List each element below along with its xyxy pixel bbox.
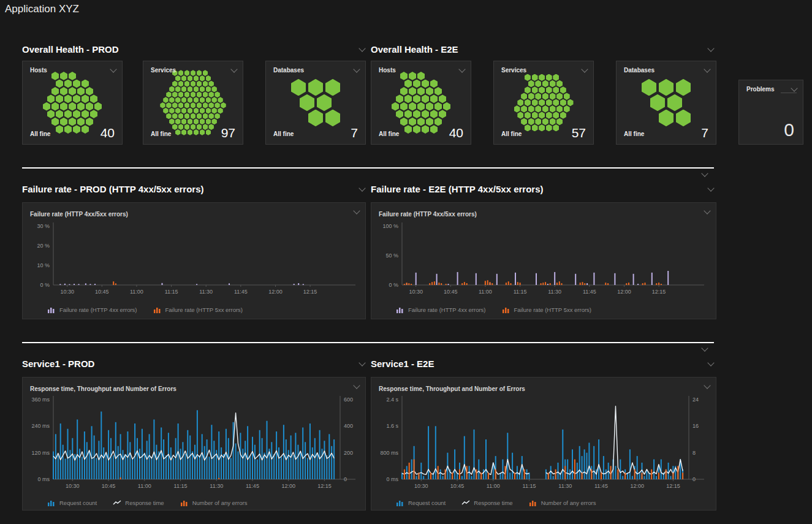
hexagon — [211, 97, 217, 103]
y-axis-tick: 240 ms — [31, 423, 50, 429]
section-header-service1-prod: Service1 - PROD — [22, 359, 368, 371]
chart-tile-service1-prod[interactable]: Response time, Throughput and Number of … — [22, 377, 366, 511]
failure-rate-prod-chart[interactable]: 30 %20 %10 %0 %10:3010:4511:0011:1511:30… — [24, 219, 358, 305]
chart-title: Response time, Throughput and Number of … — [30, 385, 176, 392]
hexagon — [417, 118, 425, 126]
legend-item[interactable]: Failure rate (HTTP 5xx errors) — [502, 306, 592, 313]
legend-item[interactable]: Number of any errors — [180, 499, 248, 506]
tile-databases-e2e[interactable]: Databases All fine 7 — [616, 61, 716, 145]
y-axis-tick: 0 ms — [37, 476, 50, 482]
tile-services-e2e[interactable]: Services All fine 57 — [493, 61, 594, 145]
chevron-down-icon[interactable] — [353, 382, 360, 389]
status-text: All fine — [501, 131, 522, 137]
hexagon — [550, 93, 556, 100]
x-axis-tick: 11:30 — [558, 483, 572, 489]
legend-item[interactable]: Failure rate (HTTP 5xx errors) — [153, 306, 243, 313]
chevron-down-icon[interactable] — [701, 170, 708, 177]
hexagon — [413, 125, 420, 134]
chart-tile-service1-e2e[interactable]: Response time, Throughput and Number of … — [371, 377, 716, 511]
legend-item[interactable]: Failure rate (HTTP 4xx errors) — [396, 306, 486, 313]
tile-services-prod[interactable]: Services All fine 97 — [143, 61, 243, 145]
hexagon — [525, 74, 531, 82]
y-axis-tick: 1.6 s — [386, 423, 398, 429]
hexagon — [532, 74, 538, 82]
hexagon — [169, 97, 175, 103]
x-axis-tick: 12:00 — [268, 289, 283, 295]
chevron-down-icon[interactable] — [704, 207, 710, 214]
tile-problems[interactable]: Problems 0 — [738, 80, 803, 145]
y2-axis-tick: 24 — [692, 397, 699, 403]
hexagon — [191, 113, 196, 120]
hexagon — [56, 110, 63, 118]
bar-series-icon — [529, 499, 537, 506]
chart-title: Response time, Throughput and Number of … — [379, 385, 525, 392]
hexagon — [181, 108, 187, 114]
legend-item[interactable]: Response time — [461, 499, 512, 506]
hexagon — [218, 97, 223, 103]
legend-item[interactable]: Failure rate (HTTP 4xx errors) — [47, 306, 137, 313]
chevron-down-icon[interactable] — [359, 359, 365, 366]
hexagon — [69, 87, 76, 96]
failure-rate-e2e-chart[interactable]: 100 %50 %0 %10:3010:4511:0011:1511:3011:… — [373, 219, 707, 305]
service1-prod-chart[interactable]: 360 ms240 ms120 ms0 ms600400200010:3010:… — [24, 393, 358, 498]
hexagon — [528, 93, 534, 100]
tile-label: Problems — [746, 86, 775, 93]
status-text: All fine — [379, 131, 399, 137]
chevron-down-icon[interactable] — [701, 344, 708, 351]
hexagon — [56, 80, 63, 88]
hexagon — [208, 102, 214, 108]
legend-item[interactable]: Number of any errors — [529, 499, 596, 506]
hexagon — [90, 94, 97, 103]
hexagon — [528, 80, 534, 88]
chart-tile-failure-e2e[interactable]: Failure rate (HTTP 4xx/5xx errors) 100 %… — [371, 202, 716, 319]
hexagon — [82, 110, 89, 118]
hexagon — [542, 118, 548, 126]
hexagon — [214, 113, 220, 120]
hexagon — [86, 118, 93, 126]
hexagon — [160, 102, 165, 108]
hexagon — [208, 81, 214, 87]
status-text: All fine — [624, 131, 644, 137]
x-axis-tick: 12:15 — [317, 483, 332, 489]
hexagon — [203, 124, 208, 130]
tile-hosts-e2e[interactable]: Hosts All fine 40 — [371, 61, 471, 145]
chevron-down-icon[interactable] — [704, 382, 710, 389]
hexagon — [439, 110, 446, 118]
chart-tile-failure-prod[interactable]: Failure rate (HTTP 4xx/5xx errors) 30 %2… — [22, 202, 366, 319]
hexagon — [532, 112, 538, 119]
hexagon — [532, 99, 538, 107]
hexagon — [676, 79, 691, 96]
hexagon — [181, 86, 187, 93]
chevron-down-icon[interactable] — [791, 85, 797, 91]
hexagon — [560, 86, 566, 94]
chevron-down-icon[interactable] — [707, 359, 714, 366]
chevron-down-icon[interactable] — [707, 45, 714, 51]
hexagon — [218, 108, 223, 114]
chevron-down-icon[interactable] — [707, 184, 714, 191]
legend-item[interactable]: Request count — [47, 499, 97, 506]
legend-label: Number of any errors — [192, 499, 248, 506]
hexagon — [94, 102, 102, 111]
hexagon — [194, 97, 199, 103]
hexagon — [214, 102, 220, 108]
hexagon — [550, 118, 556, 126]
chevron-down-icon[interactable] — [359, 45, 365, 51]
chevron-down-icon[interactable] — [353, 207, 360, 214]
entity-count: 57 — [572, 126, 586, 140]
legend-item[interactable]: Response time — [113, 499, 164, 506]
chart-title: Failure rate (HTTP 4xx/5xx errors) — [379, 211, 477, 218]
hexagon — [197, 70, 202, 76]
hexagon — [525, 99, 531, 107]
y2-axis-tick: 200 — [344, 450, 353, 456]
legend-label: Failure rate (HTTP 4xx errors) — [408, 306, 486, 313]
hexagon — [546, 112, 552, 119]
hexagon — [51, 102, 59, 111]
hexagon — [82, 94, 89, 103]
service1-e2e-chart[interactable]: 2.4 s1.6 s800 ms0 ms24168010:3010:4511:0… — [373, 393, 707, 498]
legend-item[interactable]: Request count — [396, 499, 446, 506]
tile-hosts-prod[interactable]: Hosts All fine 40 — [22, 61, 123, 145]
tile-databases-prod[interactable]: Databases All fine 7 — [265, 61, 366, 145]
chevron-down-icon[interactable] — [359, 184, 365, 191]
y-axis-tick: 10 % — [37, 262, 50, 268]
hexagon — [667, 94, 682, 112]
